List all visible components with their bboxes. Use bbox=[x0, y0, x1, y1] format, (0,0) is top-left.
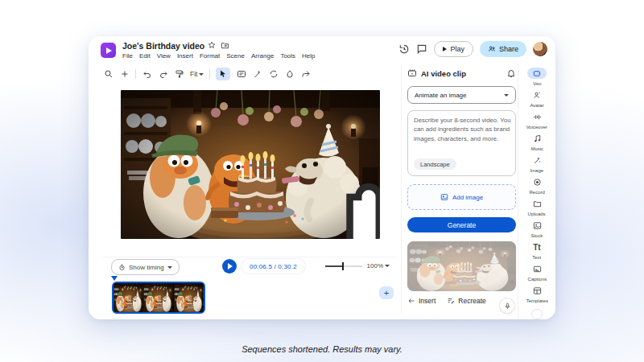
avatar-icon bbox=[533, 91, 542, 100]
generated-result-thumbnail[interactable] bbox=[407, 241, 516, 291]
menu-scene[interactable]: Scene bbox=[226, 52, 245, 60]
show-timing-dropdown[interactable]: Show timing bbox=[111, 259, 180, 275]
image-gen-icon bbox=[533, 156, 542, 165]
timeline-play-button[interactable] bbox=[222, 259, 237, 274]
timeline-zoom-control: 100% bbox=[325, 262, 390, 269]
rail-item-text[interactable]: Tt Text bbox=[518, 241, 555, 263]
account-avatar[interactable] bbox=[533, 42, 547, 56]
timecode: 00:06.5 / 0:30.2 bbox=[242, 259, 305, 274]
background-icon[interactable] bbox=[284, 69, 295, 80]
mic-icon bbox=[504, 302, 511, 310]
uploads-icon bbox=[533, 200, 542, 208]
menubar: File Edit View Insert Format Scene Arran… bbox=[122, 52, 316, 60]
undo-icon[interactable] bbox=[142, 69, 152, 80]
play-button[interactable]: Play bbox=[434, 41, 473, 57]
mode-selector[interactable]: Animate an image bbox=[407, 86, 516, 104]
recreate-icon bbox=[447, 297, 455, 305]
redo-icon[interactable] bbox=[158, 69, 168, 80]
ai-video-clip-panel: AI video clip Animate an image Landscape… bbox=[407, 67, 516, 315]
prompt-input[interactable] bbox=[414, 116, 511, 153]
rail-item-veo[interactable]: Veo bbox=[518, 68, 555, 89]
rail-item-music[interactable]: Music bbox=[518, 133, 555, 154]
menu-insert[interactable]: Insert bbox=[177, 52, 193, 60]
chevron-down-icon bbox=[199, 73, 204, 76]
fit-zoom-dropdown[interactable]: Fit bbox=[190, 70, 204, 78]
document-title[interactable]: Joe's Birthday video bbox=[122, 41, 204, 51]
veo-icon bbox=[533, 69, 542, 78]
menu-arrange[interactable]: Arrange bbox=[251, 52, 274, 60]
mic-button[interactable] bbox=[500, 298, 514, 313]
image-icon bbox=[440, 193, 448, 201]
panel-divider bbox=[401, 65, 402, 313]
ai-clip-icon bbox=[407, 68, 417, 78]
paint-format-icon[interactable] bbox=[174, 69, 184, 80]
timing-icon bbox=[118, 264, 126, 271]
share-button[interactable]: Share bbox=[480, 41, 526, 57]
zoom-slider-handle[interactable] bbox=[342, 262, 344, 270]
menu-tools[interactable]: Tools bbox=[280, 52, 295, 60]
voiceover-icon bbox=[533, 113, 542, 121]
menu-format[interactable]: Format bbox=[200, 52, 220, 60]
tools-rail: Veo Avatar Voiceover Music Image Record … bbox=[518, 64, 555, 319]
bell-icon[interactable] bbox=[506, 68, 516, 78]
version-history-icon[interactable] bbox=[398, 43, 410, 55]
disclaimer-text: Sequences shortened. Results may vary. bbox=[0, 344, 644, 354]
playback-controls: Show timing 00:06.5 / 0:30.2 100% bbox=[103, 257, 396, 277]
menu-edit[interactable]: Edit bbox=[139, 52, 151, 60]
select-tool-icon[interactable] bbox=[216, 68, 230, 80]
menu-file[interactable]: File bbox=[122, 52, 133, 60]
generate-button[interactable]: Generate bbox=[407, 217, 516, 232]
rail-item-image[interactable]: Image bbox=[518, 154, 555, 176]
toolbar: Fit bbox=[103, 66, 311, 82]
arrow-left-icon bbox=[407, 297, 415, 305]
insert-button[interactable]: Insert bbox=[407, 297, 436, 305]
chevron-down-icon bbox=[385, 265, 390, 267]
add-image-button[interactable]: Add image bbox=[407, 184, 516, 210]
toolbar-divider bbox=[135, 69, 136, 79]
app-window: Joe's Birthday video File Edit View Inse… bbox=[89, 36, 555, 319]
prompt-card: Landscape bbox=[407, 110, 516, 176]
rail-item-avatar[interactable]: Avatar bbox=[518, 89, 555, 111]
chevron-down-icon bbox=[167, 266, 172, 269]
chevron-down-icon bbox=[504, 94, 509, 97]
playhead-marker[interactable] bbox=[111, 276, 118, 281]
add-scene-button[interactable]: + bbox=[379, 286, 394, 299]
people-icon bbox=[488, 45, 496, 53]
rail-item-templates[interactable]: Templates bbox=[518, 285, 555, 306]
transition-icon[interactable] bbox=[268, 69, 279, 80]
templates-icon bbox=[533, 286, 542, 295]
vids-logo-icon[interactable] bbox=[101, 43, 116, 58]
play-icon bbox=[443, 47, 447, 51]
captions-icon bbox=[533, 265, 542, 274]
rail-item-record[interactable]: Record bbox=[518, 176, 555, 198]
rail-more-indicator bbox=[531, 309, 543, 319]
rail-item-uploads[interactable]: Uploads bbox=[518, 198, 555, 220]
record-icon bbox=[533, 178, 542, 187]
toolbar-divider bbox=[209, 69, 210, 79]
timeline-clip[interactable] bbox=[112, 282, 205, 314]
move-folder-icon[interactable] bbox=[221, 41, 229, 50]
titlebar: Joe's Birthday video File Edit View Inse… bbox=[89, 36, 555, 64]
hand-cursor bbox=[243, 177, 380, 239]
timeline: + bbox=[103, 276, 396, 315]
star-icon[interactable] bbox=[208, 41, 216, 49]
stock-icon bbox=[533, 221, 542, 230]
menu-help[interactable]: Help bbox=[302, 52, 315, 60]
rail-item-voiceover[interactable]: Voiceover bbox=[518, 111, 555, 133]
comment-icon[interactable] bbox=[416, 43, 427, 55]
recreate-button[interactable]: Recreate bbox=[447, 297, 486, 305]
present-forward-icon[interactable] bbox=[300, 69, 311, 80]
menu-view[interactable]: View bbox=[157, 52, 171, 60]
textbox-tool-icon[interactable] bbox=[236, 69, 246, 80]
aspect-ratio-chip[interactable]: Landscape bbox=[414, 158, 456, 170]
music-icon bbox=[533, 134, 542, 143]
video-canvas[interactable] bbox=[121, 90, 380, 239]
zoom-slider[interactable] bbox=[325, 265, 362, 267]
magic-write-icon[interactable] bbox=[252, 69, 262, 80]
search-icon[interactable] bbox=[103, 69, 114, 80]
rail-item-stock[interactable]: Stock bbox=[518, 220, 555, 241]
add-icon[interactable] bbox=[119, 69, 130, 80]
ai-panel-title: AI video clip bbox=[421, 69, 502, 78]
rail-item-captions[interactable]: Captions bbox=[518, 263, 555, 285]
zoom-level-dropdown[interactable]: 100% bbox=[367, 262, 390, 269]
